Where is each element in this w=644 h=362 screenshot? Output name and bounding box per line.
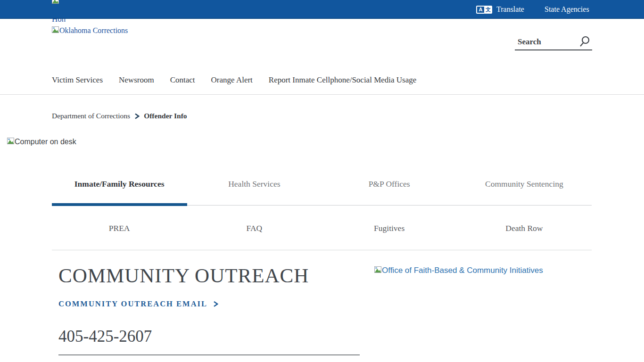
header-divider — [0, 94, 644, 95]
tab-faq[interactable]: FAQ — [187, 223, 322, 233]
active-tab-indicator — [52, 203, 187, 206]
logo-alt-text: Oklahoma Corrections — [59, 26, 128, 35]
translate-icon-char: 文 — [484, 6, 492, 14]
translate-icon: A 文 — [476, 6, 492, 14]
translate-button[interactable]: A 文 Translate — [476, 0, 524, 19]
search-icon — [578, 35, 591, 48]
translate-label: Translate — [496, 5, 524, 14]
nav-item-orange-alert[interactable]: Orange Alert — [211, 75, 253, 85]
phone-number: 405-425-2607 — [58, 327, 152, 346]
chevron-right-icon — [134, 113, 140, 119]
nav-item-contact[interactable]: Contact — [170, 75, 195, 85]
nav-item-newsroom[interactable]: Newsroom — [119, 75, 154, 85]
main-navigation: Victim Services Newsroom Contact Orange … — [52, 75, 416, 85]
hero-image-alt-text: Computer on desk — [15, 138, 76, 146]
search-box — [515, 35, 592, 50]
breadcrumb-current: Offender Info — [144, 112, 187, 120]
utility-bar: A 文 Translate State Agencies — [0, 0, 644, 19]
section-divider — [52, 250, 592, 250]
chevron-right-icon — [213, 301, 218, 307]
tab-prea[interactable]: PREA — [52, 223, 187, 233]
broken-image-icon — [52, 26, 59, 35]
broken-image-icon — [7, 138, 14, 146]
search-input[interactable] — [518, 36, 574, 48]
state-agencies-label: State Agencies — [545, 5, 589, 14]
content-divider — [58, 354, 360, 355]
tab-health-services[interactable]: Health Services — [187, 179, 322, 189]
broken-image-icon — [374, 266, 381, 275]
nav-item-report-inmate-cellphone[interactable]: Report Inmate Cellphone/Social Media Usa… — [269, 75, 416, 85]
site-logo-link[interactable]: Oklahoma Corrections — [52, 26, 128, 35]
faith-based-initiatives-link[interactable]: Office of Faith-Based & Community Initia… — [374, 266, 543, 275]
search-button[interactable] — [578, 35, 591, 49]
page-title: COMMUNITY OUTREACH — [58, 264, 309, 287]
tab-bar-secondary: PREA FAQ Fugitives Death Row — [52, 223, 592, 233]
hero-image-broken: Computer on desk — [7, 138, 76, 146]
tab-death-row[interactable]: Death Row — [457, 223, 592, 233]
breadcrumb-parent[interactable]: Department of Corrections — [52, 112, 130, 120]
broken-image-icon — [52, 0, 59, 6]
tab-inmate-family-resources[interactable]: Inmate/Family Resources — [52, 179, 187, 189]
state-agencies-link[interactable]: State Agencies — [545, 0, 589, 19]
email-link-label: COMMUNITY OUTREACH EMAIL — [58, 299, 207, 309]
tab-bar-divider — [187, 205, 592, 206]
breadcrumb: Department of Corrections Offender Info — [52, 112, 187, 120]
nav-item-victim-services[interactable]: Victim Services — [52, 75, 103, 85]
tab-bar-primary: Inmate/Family Resources Health Services … — [52, 179, 592, 189]
community-outreach-email-link[interactable]: COMMUNITY OUTREACH EMAIL — [58, 299, 218, 309]
tab-pp-offices[interactable]: P&P Offices — [322, 179, 457, 189]
side-image-alt-text: Office of Faith-Based & Community Initia… — [382, 266, 543, 275]
tab-community-sentencing[interactable]: Community Sentencing — [457, 179, 592, 189]
tab-fugitives[interactable]: Fugitives — [322, 223, 457, 233]
